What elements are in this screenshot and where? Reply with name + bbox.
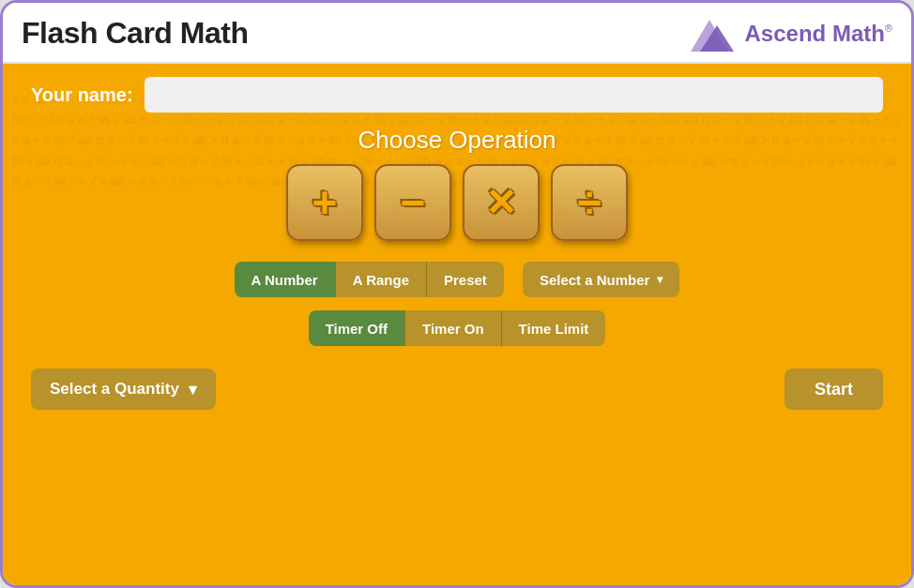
start-button[interactable]: Start (785, 369, 883, 410)
main-card: Flash Card Math Ascend Math ® + > ab%✓ ×… (0, 0, 914, 588)
timer-row: Timer Off Timer On Time Limit (309, 310, 606, 346)
logo-text: Ascend Math ® (745, 21, 892, 47)
header: Flash Card Math Ascend Math ® (3, 3, 911, 64)
name-input[interactable] (145, 77, 883, 113)
subtraction-button[interactable]: − (374, 164, 451, 241)
multiplication-button[interactable]: ✕ (463, 164, 540, 241)
timer-off-tab[interactable]: Timer Off (309, 310, 404, 346)
chevron-down-icon: ▾ (189, 380, 197, 400)
chevron-down-icon: ▾ (657, 273, 663, 286)
operation-buttons: + − ✕ ÷ (286, 164, 628, 241)
select-number-button[interactable]: Select a Number ▾ (523, 262, 680, 297)
main-area: + > ab%✓ × ÷ + % x = ab > π a − √ % ÷ + … (3, 64, 911, 585)
app-title: Flash Card Math (22, 16, 248, 51)
addition-button[interactable]: + (286, 164, 363, 241)
choose-operation-label: Choose Operation (358, 126, 556, 155)
timer-on-tab[interactable]: Timer On (404, 310, 502, 346)
name-label: Your name: (31, 84, 133, 106)
a-range-tab[interactable]: A Range (335, 262, 427, 297)
a-number-tab[interactable]: A Number (235, 262, 335, 297)
time-limit-tab[interactable]: Time Limit (502, 310, 606, 346)
logo-mountain-icon (681, 12, 738, 54)
division-button[interactable]: ÷ (551, 164, 628, 241)
select-quantity-button[interactable]: Select a Quantity ▾ (31, 369, 216, 410)
number-selection-row: A Number A Range Preset Select a Number … (235, 262, 680, 297)
bottom-row: Select a Quantity ▾ Start (3, 369, 911, 410)
preset-tab[interactable]: Preset (427, 262, 504, 297)
logo-container: Ascend Math ® (681, 12, 892, 54)
name-row: Your name: (3, 64, 911, 113)
